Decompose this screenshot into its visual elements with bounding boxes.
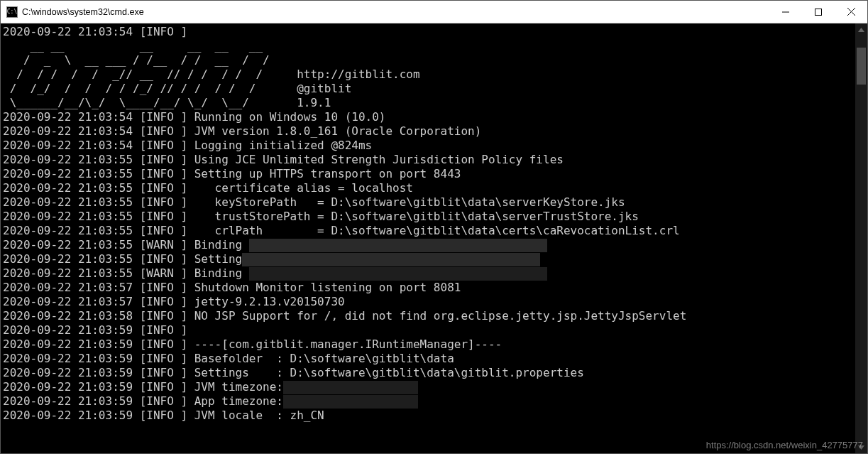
close-icon bbox=[847, 8, 855, 16]
scroll-thumb[interactable] bbox=[857, 48, 866, 85]
minimize-icon bbox=[782, 9, 789, 16]
maximize-button[interactable] bbox=[802, 1, 835, 23]
scroll-up-arrow-icon[interactable] bbox=[855, 23, 867, 36]
close-button[interactable] bbox=[835, 1, 867, 23]
scroll-track[interactable] bbox=[855, 36, 867, 441]
maximize-icon bbox=[815, 9, 822, 16]
scrollbar[interactable] bbox=[855, 23, 867, 453]
svg-marker-4 bbox=[858, 28, 864, 32]
console-output[interactable]: 2020-09-22 21:03:54 [INFO ] __ __ __ __ … bbox=[1, 23, 855, 453]
cmd-icon: C:\ bbox=[6, 6, 18, 18]
cmd-window: C:\ C:\windows\system32\cmd.exe 2020-09-… bbox=[0, 0, 868, 454]
minimize-button[interactable] bbox=[769, 1, 802, 23]
scroll-down-arrow-icon[interactable] bbox=[855, 441, 867, 453]
window-title: C:\windows\system32\cmd.exe bbox=[22, 7, 144, 17]
titlebar[interactable]: C:\ C:\windows\system32\cmd.exe bbox=[1, 1, 867, 23]
console-area: 2020-09-22 21:03:54 [INFO ] __ __ __ __ … bbox=[1, 23, 867, 453]
svg-marker-5 bbox=[858, 445, 864, 450]
svg-rect-1 bbox=[815, 9, 822, 15]
